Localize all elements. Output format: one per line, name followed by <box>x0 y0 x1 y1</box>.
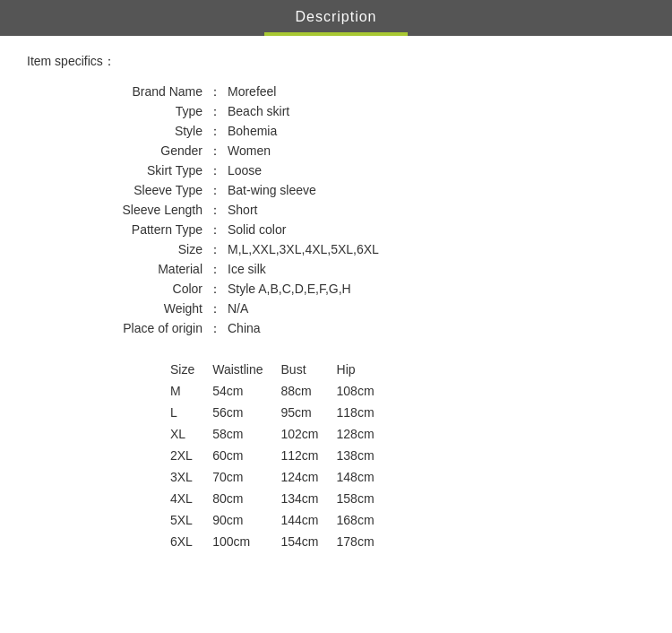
spec-value: Beach skirt <box>224 104 289 120</box>
spec-label: Pattern Type <box>27 222 206 238</box>
spec-label: Sleeve Length <box>27 203 206 219</box>
size-table-row: 4XL80cm134cm158cm <box>170 488 392 509</box>
spec-value: M,L,XXL,3XL,4XL,5XL,6XL <box>224 242 379 258</box>
size-table-cell: XL <box>170 423 212 445</box>
size-table-cell: 58cm <box>212 423 280 445</box>
spec-colon: ： <box>206 84 224 100</box>
spec-row: Size：M,L,XXL,3XL,4XL,5XL,6XL <box>27 242 645 258</box>
spec-value: Women <box>224 143 271 160</box>
spec-value: Ice silk <box>224 262 266 278</box>
size-table-cell: 60cm <box>212 445 280 466</box>
size-table-cell: 154cm <box>281 531 337 552</box>
spec-colon: ： <box>206 242 224 258</box>
size-table-cell: 3XL <box>170 466 212 488</box>
page-title: Description <box>0 9 672 32</box>
size-table-cell: 2XL <box>170 445 212 466</box>
spec-value: China <box>224 321 261 337</box>
spec-row: Material：Ice silk <box>27 262 645 278</box>
spec-row: Brand Name：Morefeel <box>27 84 645 100</box>
spec-colon: ： <box>206 104 224 120</box>
size-table-row: M54cm88cm108cm <box>170 380 392 402</box>
spec-row: Color：Style A,B,C,D,E,F,G,H <box>27 282 645 298</box>
size-table-cell: 56cm <box>212 402 280 423</box>
size-table-cell: 112cm <box>281 445 337 466</box>
spec-colon: ： <box>206 262 224 278</box>
size-table-cell: 6XL <box>170 531 212 552</box>
spec-label: Material <box>27 262 206 278</box>
size-table-cell: 95cm <box>281 402 337 423</box>
size-table-cell: 100cm <box>212 531 280 552</box>
spec-row: Sleeve Type：Bat-wing sleeve <box>27 183 645 199</box>
size-table-cell: 80cm <box>212 488 280 509</box>
size-table-cell: 5XL <box>170 509 212 531</box>
spec-value: Bat-wing sleeve <box>224 183 316 199</box>
size-table-cell: 118cm <box>337 402 392 423</box>
header-underline <box>264 32 408 36</box>
size-table-cell: 168cm <box>337 509 392 531</box>
size-table-row: 3XL70cm124cm148cm <box>170 466 392 488</box>
spec-colon: ： <box>206 321 224 337</box>
spec-row: Weight：N/A <box>27 301 645 317</box>
size-table-row: 2XL60cm112cm138cm <box>170 445 392 466</box>
size-table-header: Hip <box>337 359 392 380</box>
spec-label: Style <box>27 124 206 140</box>
size-table-cell: 124cm <box>281 466 337 488</box>
size-table-cell: 158cm <box>337 488 392 509</box>
size-table-cell: 148cm <box>337 466 392 488</box>
spec-colon: ： <box>206 203 224 219</box>
size-table-cell: 70cm <box>212 466 280 488</box>
spec-colon: ： <box>206 143 224 160</box>
size-table-cell: M <box>170 380 212 402</box>
size-table-cell: L <box>170 402 212 423</box>
spec-label: Type <box>27 104 206 120</box>
size-table-row: XL58cm102cm128cm <box>170 423 392 445</box>
spec-label: Size <box>27 242 206 258</box>
size-table-header: Bust <box>281 359 337 380</box>
spec-value: Bohemia <box>224 124 277 140</box>
size-table-row: L56cm95cm118cm <box>170 402 392 423</box>
size-table-cell: 4XL <box>170 488 212 509</box>
spec-colon: ： <box>206 183 224 199</box>
size-table-cell: 108cm <box>337 380 392 402</box>
size-table-cell: 138cm <box>337 445 392 466</box>
size-table-row: 6XL100cm154cm178cm <box>170 531 392 552</box>
size-table-cell: 128cm <box>337 423 392 445</box>
size-table-cell: 134cm <box>281 488 337 509</box>
spec-colon: ： <box>206 124 224 140</box>
spec-value: Morefeel <box>224 84 276 100</box>
spec-label: Gender <box>27 143 206 160</box>
header: Description <box>0 0 672 36</box>
spec-colon: ： <box>206 301 224 317</box>
size-table-cell: 54cm <box>212 380 280 402</box>
spec-row: Type：Beach skirt <box>27 104 645 120</box>
spec-row: Skirt Type：Loose <box>27 163 645 179</box>
spec-colon: ： <box>206 163 224 179</box>
size-table-cell: 178cm <box>337 531 392 552</box>
spec-value: Solid color <box>224 222 286 238</box>
spec-label: Skirt Type <box>27 163 206 179</box>
specs-table: Brand Name：MorefeelType：Beach skirtStyle… <box>27 84 645 337</box>
spec-row: Place of origin：China <box>27 321 645 337</box>
size-table-header: Waistline <box>212 359 280 380</box>
spec-value: Loose <box>224 163 262 179</box>
size-table-header: Size <box>170 359 212 380</box>
spec-row: Gender：Women <box>27 143 645 160</box>
size-table: SizeWaistlineBustHipM54cm88cm108cmL56cm9… <box>170 359 392 552</box>
spec-label: Color <box>27 282 206 298</box>
size-table-row: 5XL90cm144cm168cm <box>170 509 392 531</box>
spec-label: Place of origin <box>27 321 206 337</box>
spec-label: Brand Name <box>27 84 206 100</box>
spec-label: Sleeve Type <box>27 183 206 199</box>
item-specifics-label: Item specifics： <box>27 54 645 70</box>
spec-value: N/A <box>224 301 248 317</box>
content: Item specifics： Brand Name：MorefeelType：… <box>0 36 672 579</box>
size-table-cell: 90cm <box>212 509 280 531</box>
spec-label: Weight <box>27 301 206 317</box>
spec-colon: ： <box>206 282 224 298</box>
size-table-cell: 88cm <box>281 380 337 402</box>
spec-row: Sleeve Length：Short <box>27 203 645 219</box>
spec-colon: ： <box>206 222 224 238</box>
spec-row: Pattern Type：Solid color <box>27 222 645 238</box>
spec-value: Short <box>224 203 257 219</box>
size-table-cell: 144cm <box>281 509 337 531</box>
